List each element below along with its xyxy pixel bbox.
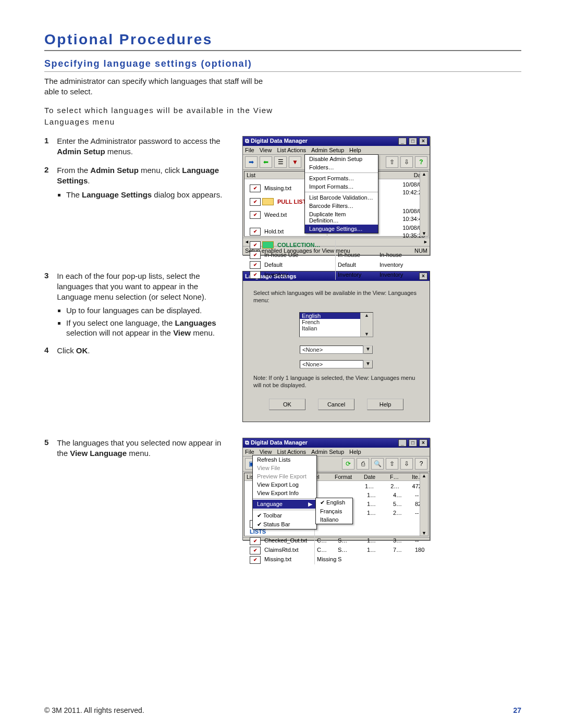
maximize-icon[interactable]: □ <box>409 138 417 145</box>
back-arrow-icon[interactable]: ⬅ <box>260 156 272 168</box>
menuitem-folders[interactable]: Folders… <box>305 163 378 171</box>
checkbox-icon[interactable] <box>250 251 261 259</box>
view-menuitem[interactable]: View Export Info <box>253 489 316 497</box>
view-menuitem[interactable]: ✔ Status Bar <box>253 520 316 529</box>
ok-button[interactable]: OK <box>269 399 305 410</box>
step4-body: Click OK. <box>57 346 229 356</box>
col-format[interactable]: Format <box>333 473 362 480</box>
col-date[interactable]: Date <box>362 473 388 480</box>
help-button[interactable]: Help <box>367 399 403 410</box>
search-icon[interactable]: 🔍 <box>371 458 384 470</box>
checkbox-icon[interactable] <box>250 547 261 554</box>
lang-listbox[interactable]: English French Italian ▲▼ <box>299 312 373 337</box>
table-row[interactable]: InventoryInventoryInventory <box>248 270 427 280</box>
col-f[interactable]: F… <box>388 473 410 480</box>
menuitem-barcode-filters[interactable]: Barcode Filters… <box>305 202 378 210</box>
table-row[interactable]: COLLECTION… <box>248 240 427 250</box>
language-menuitem[interactable]: Italiano <box>316 515 352 524</box>
view-menuitem[interactable]: Refresh Lists <box>253 455 316 464</box>
menu-admin-setup[interactable]: Admin Setup <box>311 449 344 455</box>
minimize-icon[interactable]: _ <box>398 439 407 447</box>
table-row[interactable]: In-house UseIn-houseIn-house <box>248 250 427 260</box>
table-row[interactable]: Missing.txtMissingS <box>248 555 427 564</box>
checkbox-icon[interactable] <box>250 537 261 545</box>
print-icon[interactable]: ⎙ <box>357 458 369 470</box>
checkbox-icon[interactable] <box>250 228 261 236</box>
help-icon[interactable]: ? <box>415 458 427 470</box>
app-icon: ⧉ <box>245 138 249 144</box>
menu-list-actions[interactable]: List Actions <box>277 147 306 153</box>
checkbox-icon[interactable] <box>250 241 261 249</box>
menu-file[interactable]: File <box>245 147 254 153</box>
menu-view[interactable]: View <box>260 449 272 455</box>
menu-help[interactable]: Help <box>349 147 361 153</box>
view-menuitem[interactable]: View Export Log <box>253 480 316 489</box>
forward-arrow-icon[interactable]: ➡ <box>245 156 258 168</box>
table-row[interactable]: DefaultDefaultInventory <box>248 260 427 270</box>
step3-bullet1: Up to four languages can be displayed. <box>66 305 232 316</box>
view-menuitem[interactable]: Preview File Export <box>253 472 316 480</box>
step2-num: 2 <box>44 165 55 174</box>
down-icon[interactable]: ⇩ <box>400 458 413 470</box>
view-menuitem[interactable]: Language▶ <box>253 500 316 509</box>
chevron-up-icon[interactable]: ▲ <box>364 313 369 318</box>
step2-body: From the Admin Setup menu, click Languag… <box>57 165 229 187</box>
up-icon[interactable]: ⇧ <box>386 458 398 470</box>
fig2-dialog: Language Settings × Select which languag… <box>242 271 430 422</box>
menuitem-import-formats[interactable]: Import Formats… <box>305 182 378 191</box>
language-menuitem[interactable]: ✔ English <box>316 498 352 507</box>
checkbox-icon[interactable] <box>250 261 261 269</box>
subhead-text: To select which languages will be availa… <box>44 105 274 128</box>
chevron-right-icon: ▶ <box>308 501 312 508</box>
close-icon[interactable]: × <box>419 138 427 145</box>
scrollbar-vertical[interactable]: ▲▼ <box>420 473 428 536</box>
table-row[interactable]: ClaimsRtd.txtC…S…1…7…180 <box>248 546 427 555</box>
checkbox-icon[interactable] <box>250 556 261 564</box>
menuitem-export-formats[interactable]: Export Formats… <box>305 174 378 182</box>
view-menuitem[interactable]: View File <box>253 464 316 472</box>
scrollbar-vertical[interactable]: ▲▼ <box>420 171 428 236</box>
menu-admin-setup[interactable]: Admin Setup <box>311 147 344 153</box>
chevron-down-icon[interactable]: ▼ <box>363 346 373 354</box>
chevron-down-icon[interactable]: ▼ <box>364 331 369 337</box>
menu-view[interactable]: View <box>260 147 272 153</box>
table-row[interactable]: Checked_Out.txtC…S…1…3…-- <box>248 536 427 546</box>
step3-body: In each of the four pop-up lists, select… <box>57 271 229 303</box>
fig1-toolbar: ➡ ⬅ ☰ ▼ ⇧ ⇩ ? Disable Admin Setup Folder… <box>243 155 430 170</box>
view-menuitem[interactable]: ✔ Toolbar <box>253 511 316 520</box>
checkbox-icon[interactable] <box>250 271 261 279</box>
close-icon[interactable]: × <box>419 439 427 447</box>
list-icon[interactable]: ☰ <box>274 156 287 168</box>
step4-num: 4 <box>44 346 55 354</box>
minimize-icon[interactable]: _ <box>398 138 407 145</box>
lang-combo-3[interactable]: <None> ▼ <box>300 360 373 368</box>
step5-num: 5 <box>44 438 55 447</box>
menu-list-actions[interactable]: List Actions <box>277 449 306 455</box>
menuitem-barcode-validation[interactable]: List Barcode Validation… <box>305 193 378 202</box>
checkbox-icon[interactable] <box>250 198 261 206</box>
checkbox-icon[interactable] <box>250 211 261 219</box>
footer-copyright: © 3M 2011. All rights reserved. <box>44 706 144 714</box>
language-menuitem[interactable]: Français <box>316 507 352 515</box>
up-icon[interactable]: ⇧ <box>386 156 398 168</box>
chevron-down-icon[interactable]: ▼ <box>363 360 373 368</box>
cancel-button[interactable]: Cancel <box>318 399 354 410</box>
menuitem-disable-admin[interactable]: Disable Admin Setup <box>305 155 378 163</box>
fig3-window: ⧉ Digital Data Manager _ □ × File View L… <box>242 438 430 540</box>
admin-setup-dropdown: Disable Admin Setup Folders… Export Form… <box>304 154 378 233</box>
help-icon[interactable]: ? <box>415 156 427 168</box>
menu-help[interactable]: Help <box>349 449 361 455</box>
page-number: 27 <box>513 706 521 714</box>
checkbox-icon[interactable] <box>250 184 261 192</box>
maximize-icon[interactable]: □ <box>409 439 417 447</box>
menuitem-duplicate-item[interactable]: Duplicate Item Definition… <box>305 210 378 225</box>
refresh-icon[interactable]: ⟳ <box>342 458 354 470</box>
menuitem-language-settings[interactable]: Language Settings… <box>305 225 378 233</box>
down-arrow-icon[interactable]: ▼ <box>289 156 301 168</box>
app-icon: ⧉ <box>245 439 249 446</box>
down-icon[interactable]: ⇩ <box>400 156 413 168</box>
menu-file[interactable]: File <box>245 449 254 455</box>
lang-combo-2[interactable]: <None> ▼ <box>300 346 373 354</box>
fig1-window: ⧉ Digital Data Manager _ □ × File View L… <box>242 136 430 255</box>
folder-icon <box>262 241 274 249</box>
